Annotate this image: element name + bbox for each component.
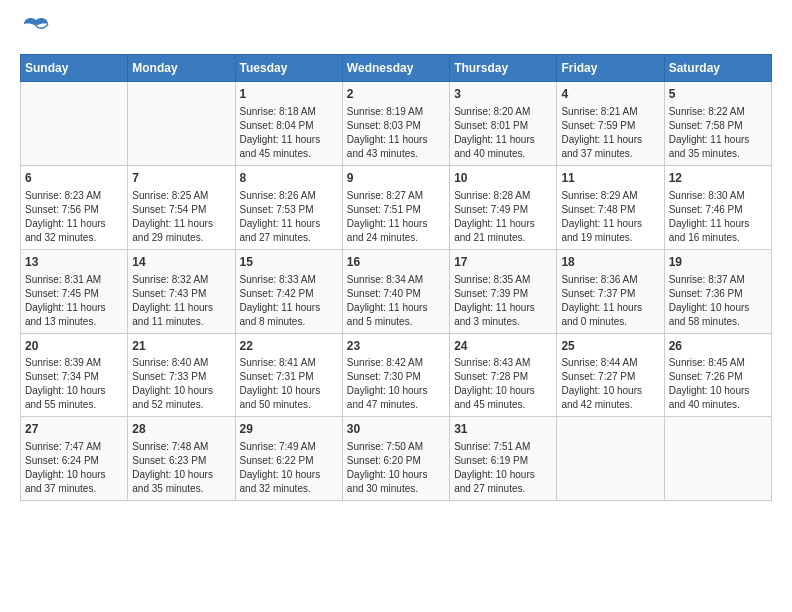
weekday-header-sunday: Sunday	[21, 55, 128, 82]
day-info: Sunrise: 7:47 AM Sunset: 6:24 PM Dayligh…	[25, 440, 123, 496]
calendar-table: SundayMondayTuesdayWednesdayThursdayFrid…	[20, 54, 772, 501]
day-number: 19	[669, 254, 767, 271]
week-row-5: 27Sunrise: 7:47 AM Sunset: 6:24 PM Dayli…	[21, 417, 772, 501]
day-info: Sunrise: 8:18 AM Sunset: 8:04 PM Dayligh…	[240, 105, 338, 161]
calendar-cell: 28Sunrise: 7:48 AM Sunset: 6:23 PM Dayli…	[128, 417, 235, 501]
weekday-header-saturday: Saturday	[664, 55, 771, 82]
day-number: 12	[669, 170, 767, 187]
calendar-cell: 1Sunrise: 8:18 AM Sunset: 8:04 PM Daylig…	[235, 82, 342, 166]
day-number: 9	[347, 170, 445, 187]
day-info: Sunrise: 8:25 AM Sunset: 7:54 PM Dayligh…	[132, 189, 230, 245]
day-number: 16	[347, 254, 445, 271]
calendar-cell: 8Sunrise: 8:26 AM Sunset: 7:53 PM Daylig…	[235, 165, 342, 249]
calendar-cell: 15Sunrise: 8:33 AM Sunset: 7:42 PM Dayli…	[235, 249, 342, 333]
day-info: Sunrise: 8:32 AM Sunset: 7:43 PM Dayligh…	[132, 273, 230, 329]
calendar-cell: 9Sunrise: 8:27 AM Sunset: 7:51 PM Daylig…	[342, 165, 449, 249]
calendar-cell: 27Sunrise: 7:47 AM Sunset: 6:24 PM Dayli…	[21, 417, 128, 501]
weekday-header-friday: Friday	[557, 55, 664, 82]
day-info: Sunrise: 8:36 AM Sunset: 7:37 PM Dayligh…	[561, 273, 659, 329]
day-info: Sunrise: 7:48 AM Sunset: 6:23 PM Dayligh…	[132, 440, 230, 496]
day-number: 23	[347, 338, 445, 355]
day-info: Sunrise: 8:39 AM Sunset: 7:34 PM Dayligh…	[25, 356, 123, 412]
day-info: Sunrise: 8:31 AM Sunset: 7:45 PM Dayligh…	[25, 273, 123, 329]
calendar-cell: 16Sunrise: 8:34 AM Sunset: 7:40 PM Dayli…	[342, 249, 449, 333]
day-info: Sunrise: 8:41 AM Sunset: 7:31 PM Dayligh…	[240, 356, 338, 412]
day-number: 21	[132, 338, 230, 355]
week-row-2: 6Sunrise: 8:23 AM Sunset: 7:56 PM Daylig…	[21, 165, 772, 249]
day-info: Sunrise: 7:49 AM Sunset: 6:22 PM Dayligh…	[240, 440, 338, 496]
calendar-cell: 18Sunrise: 8:36 AM Sunset: 7:37 PM Dayli…	[557, 249, 664, 333]
day-number: 24	[454, 338, 552, 355]
day-number: 30	[347, 421, 445, 438]
day-number: 15	[240, 254, 338, 271]
day-info: Sunrise: 8:35 AM Sunset: 7:39 PM Dayligh…	[454, 273, 552, 329]
day-number: 31	[454, 421, 552, 438]
day-info: Sunrise: 8:29 AM Sunset: 7:48 PM Dayligh…	[561, 189, 659, 245]
day-info: Sunrise: 8:33 AM Sunset: 7:42 PM Dayligh…	[240, 273, 338, 329]
page-header	[20, 20, 772, 44]
calendar-cell: 5Sunrise: 8:22 AM Sunset: 7:58 PM Daylig…	[664, 82, 771, 166]
calendar-cell: 6Sunrise: 8:23 AM Sunset: 7:56 PM Daylig…	[21, 165, 128, 249]
day-info: Sunrise: 7:51 AM Sunset: 6:19 PM Dayligh…	[454, 440, 552, 496]
calendar-cell: 7Sunrise: 8:25 AM Sunset: 7:54 PM Daylig…	[128, 165, 235, 249]
day-number: 28	[132, 421, 230, 438]
day-info: Sunrise: 8:26 AM Sunset: 7:53 PM Dayligh…	[240, 189, 338, 245]
day-number: 14	[132, 254, 230, 271]
calendar-cell: 26Sunrise: 8:45 AM Sunset: 7:26 PM Dayli…	[664, 333, 771, 417]
day-number: 4	[561, 86, 659, 103]
calendar-cell: 20Sunrise: 8:39 AM Sunset: 7:34 PM Dayli…	[21, 333, 128, 417]
calendar-cell: 24Sunrise: 8:43 AM Sunset: 7:28 PM Dayli…	[450, 333, 557, 417]
calendar-cell: 31Sunrise: 7:51 AM Sunset: 6:19 PM Dayli…	[450, 417, 557, 501]
calendar-cell	[557, 417, 664, 501]
weekday-header-row: SundayMondayTuesdayWednesdayThursdayFrid…	[21, 55, 772, 82]
day-info: Sunrise: 8:37 AM Sunset: 7:36 PM Dayligh…	[669, 273, 767, 329]
day-info: Sunrise: 8:30 AM Sunset: 7:46 PM Dayligh…	[669, 189, 767, 245]
weekday-header-thursday: Thursday	[450, 55, 557, 82]
day-number: 2	[347, 86, 445, 103]
calendar-cell: 10Sunrise: 8:28 AM Sunset: 7:49 PM Dayli…	[450, 165, 557, 249]
calendar-cell: 23Sunrise: 8:42 AM Sunset: 7:30 PM Dayli…	[342, 333, 449, 417]
calendar-cell: 25Sunrise: 8:44 AM Sunset: 7:27 PM Dayli…	[557, 333, 664, 417]
day-info: Sunrise: 8:21 AM Sunset: 7:59 PM Dayligh…	[561, 105, 659, 161]
calendar-cell	[128, 82, 235, 166]
calendar-cell: 12Sunrise: 8:30 AM Sunset: 7:46 PM Dayli…	[664, 165, 771, 249]
day-number: 8	[240, 170, 338, 187]
week-row-1: 1Sunrise: 8:18 AM Sunset: 8:04 PM Daylig…	[21, 82, 772, 166]
calendar-cell	[664, 417, 771, 501]
weekday-header-wednesday: Wednesday	[342, 55, 449, 82]
day-info: Sunrise: 8:44 AM Sunset: 7:27 PM Dayligh…	[561, 356, 659, 412]
weekday-header-monday: Monday	[128, 55, 235, 82]
calendar-cell: 30Sunrise: 7:50 AM Sunset: 6:20 PM Dayli…	[342, 417, 449, 501]
calendar-cell: 17Sunrise: 8:35 AM Sunset: 7:39 PM Dayli…	[450, 249, 557, 333]
day-number: 11	[561, 170, 659, 187]
day-info: Sunrise: 8:42 AM Sunset: 7:30 PM Dayligh…	[347, 356, 445, 412]
calendar-cell: 11Sunrise: 8:29 AM Sunset: 7:48 PM Dayli…	[557, 165, 664, 249]
calendar-cell: 21Sunrise: 8:40 AM Sunset: 7:33 PM Dayli…	[128, 333, 235, 417]
day-number: 1	[240, 86, 338, 103]
day-number: 3	[454, 86, 552, 103]
calendar-cell: 19Sunrise: 8:37 AM Sunset: 7:36 PM Dayli…	[664, 249, 771, 333]
calendar-cell: 3Sunrise: 8:20 AM Sunset: 8:01 PM Daylig…	[450, 82, 557, 166]
day-info: Sunrise: 8:45 AM Sunset: 7:26 PM Dayligh…	[669, 356, 767, 412]
day-number: 7	[132, 170, 230, 187]
logo	[20, 20, 50, 44]
logo-bird-icon	[22, 16, 50, 38]
day-number: 17	[454, 254, 552, 271]
week-row-3: 13Sunrise: 8:31 AM Sunset: 7:45 PM Dayli…	[21, 249, 772, 333]
calendar-cell	[21, 82, 128, 166]
calendar-cell: 2Sunrise: 8:19 AM Sunset: 8:03 PM Daylig…	[342, 82, 449, 166]
day-info: Sunrise: 7:50 AM Sunset: 6:20 PM Dayligh…	[347, 440, 445, 496]
day-number: 25	[561, 338, 659, 355]
day-info: Sunrise: 8:34 AM Sunset: 7:40 PM Dayligh…	[347, 273, 445, 329]
day-number: 6	[25, 170, 123, 187]
day-info: Sunrise: 8:19 AM Sunset: 8:03 PM Dayligh…	[347, 105, 445, 161]
day-number: 5	[669, 86, 767, 103]
day-info: Sunrise: 8:20 AM Sunset: 8:01 PM Dayligh…	[454, 105, 552, 161]
week-row-4: 20Sunrise: 8:39 AM Sunset: 7:34 PM Dayli…	[21, 333, 772, 417]
calendar-cell: 13Sunrise: 8:31 AM Sunset: 7:45 PM Dayli…	[21, 249, 128, 333]
day-number: 10	[454, 170, 552, 187]
weekday-header-tuesday: Tuesday	[235, 55, 342, 82]
day-number: 22	[240, 338, 338, 355]
day-info: Sunrise: 8:43 AM Sunset: 7:28 PM Dayligh…	[454, 356, 552, 412]
day-number: 27	[25, 421, 123, 438]
